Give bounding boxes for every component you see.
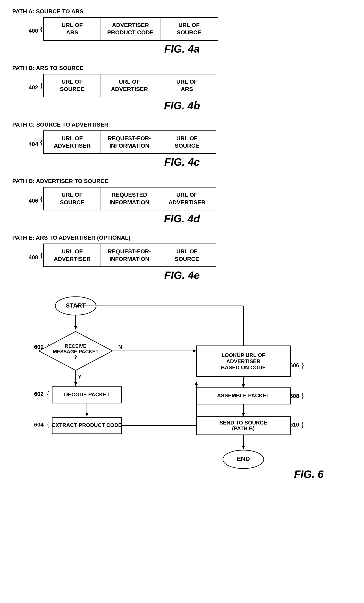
ref610-label: 610 bbox=[290, 421, 299, 428]
fig4d-packet-row: 406 { URL OFSOURCE REQUESTEDINFORMATION … bbox=[29, 187, 352, 210]
end-node: END bbox=[237, 455, 250, 462]
diamond-line1: RECEIVE bbox=[65, 343, 86, 349]
fig4b-path-label: PATH B: ARS TO SOURCE bbox=[12, 65, 352, 71]
fig4e-cell-1: URL OFADVERTISER bbox=[44, 244, 101, 267]
fig4e-path-label: PATH E: ARS TO ADVERTISER (OPTIONAL) bbox=[12, 234, 352, 241]
fig4d-section: PATH D: ADVERTISER TO SOURCE 406 { URL O… bbox=[12, 178, 352, 225]
fig4a-path-label: PATH A: SOURCE TO ARS bbox=[12, 8, 352, 15]
fig4a-ref: 400 bbox=[29, 28, 38, 34]
fig6-svg: START 600 { RECEIVE MESSAGE PACKET ? Y N… bbox=[12, 294, 352, 519]
fig4d-cell-2: REQUESTEDINFORMATION bbox=[101, 187, 159, 210]
fig4d-ref: 406 bbox=[29, 197, 38, 204]
ref606-brace: } bbox=[302, 361, 304, 369]
svg-marker-7 bbox=[193, 349, 196, 352]
fig4b-cell-3: URL OFARS bbox=[159, 74, 216, 97]
extract-node: EXTRACT PRODUCT CODE bbox=[52, 422, 122, 428]
lookup-line3: BASED ON CODE bbox=[221, 364, 266, 371]
ref606-label: 606 bbox=[290, 362, 299, 369]
assemble-node: ASSEMBLE PACKET bbox=[217, 392, 270, 398]
ref602-label: 602 bbox=[34, 391, 44, 397]
ref608-brace: } bbox=[302, 392, 304, 399]
y-label: Y bbox=[78, 374, 81, 380]
fig4a-cell-3: URL OFSOURCE bbox=[160, 18, 218, 40]
fig4e-cell-3: URL OFSOURCE bbox=[159, 244, 216, 267]
fig4c-packet: URL OFADVERTISER REQUEST-FOR-INFORMATION… bbox=[43, 130, 216, 154]
fig4d-cell-3: URL OFADVERTISER bbox=[159, 187, 216, 210]
ref608-label: 608 bbox=[290, 393, 299, 399]
fig4c-label: FIG. 4c bbox=[12, 156, 352, 168]
fig4e-packet-row: 408 { URL OFADVERTISER REQUEST-FOR-INFOR… bbox=[29, 244, 352, 267]
fig4e-cell-2: REQUEST-FOR-INFORMATION bbox=[101, 244, 159, 267]
ref610-brace: } bbox=[302, 421, 304, 428]
lookup-line1: LOOKUP URL OF bbox=[222, 352, 265, 358]
ref604-label: 604 bbox=[34, 421, 44, 428]
fig4a-cell-1: URL OFARS bbox=[44, 18, 101, 40]
fig6-label: FIG. 6 bbox=[294, 468, 324, 480]
fig4c-path-label: PATH C: SOURCE TO ADVERTISER bbox=[12, 121, 352, 128]
fig4b-cell-1: URL OFSOURCE bbox=[44, 74, 101, 97]
fig4c-cell-1: URL OFADVERTISER bbox=[44, 131, 101, 153]
fig4a-section: PATH A: SOURCE TO ARS 400 { URL OFARS AD… bbox=[12, 8, 352, 55]
lookup-line2: ADVERTISER bbox=[226, 358, 261, 364]
svg-marker-14 bbox=[195, 382, 198, 385]
fig4e-brace: { bbox=[40, 252, 43, 259]
fig4b-section: PATH B: ARS TO SOURCE 402 { URL OFSOURCE… bbox=[12, 65, 352, 112]
fig4d-path-label: PATH D: ADVERTISER TO SOURCE bbox=[12, 178, 352, 185]
fig4d-cell-1: URL OFSOURCE bbox=[44, 187, 101, 210]
fig4a-packet: URL OFARS ADVERTISERPRODUCT CODE URL OFS… bbox=[43, 17, 218, 41]
n-label: N bbox=[118, 344, 122, 350]
fig4c-section: PATH C: SOURCE TO ADVERTISER 404 { URL O… bbox=[12, 121, 352, 168]
fig4a-cell-2: ADVERTISERPRODUCT CODE bbox=[101, 18, 160, 40]
fig4b-packet-row: 402 { URL OFSOURCE URL OFADVERTISER URL … bbox=[29, 74, 352, 97]
fig4a-packet-row: 400 { URL OFARS ADVERTISERPRODUCT CODE U… bbox=[29, 17, 352, 41]
fig4d-label: FIG. 4d bbox=[12, 212, 352, 225]
fig4b-packet: URL OFSOURCE URL OFADVERTISER URL OFARS bbox=[43, 74, 216, 97]
diamond-line2: MESSAGE PACKET bbox=[53, 349, 99, 354]
svg-marker-2 bbox=[74, 326, 77, 329]
fig4c-cell-2: REQUEST-FOR-INFORMATION bbox=[101, 131, 159, 153]
fig4c-brace: { bbox=[40, 139, 43, 145]
fig4e-ref: 408 bbox=[29, 254, 38, 261]
fig4c-cell-3: URL OFSOURCE bbox=[159, 131, 216, 153]
svg-marker-17 bbox=[242, 384, 245, 388]
fig4d-brace: { bbox=[40, 196, 43, 202]
fig4b-label: FIG. 4b bbox=[12, 99, 352, 112]
ref602-brace: { bbox=[47, 390, 49, 397]
start-node: START bbox=[66, 302, 86, 309]
decode-node: DECODE PACKET bbox=[64, 391, 110, 397]
fig4a-label: FIG. 4a bbox=[12, 43, 352, 55]
fig4c-ref: 404 bbox=[29, 141, 38, 147]
fig6-section: START 600 { RECEIVE MESSAGE PACKET ? Y N… bbox=[12, 294, 352, 520]
send-line1: SEND TO SOURCE bbox=[219, 420, 267, 426]
svg-marker-20 bbox=[242, 413, 245, 416]
svg-marker-10 bbox=[85, 413, 89, 416]
fig4e-packet: URL OFADVERTISER REQUEST-FOR-INFORMATION… bbox=[43, 244, 216, 267]
fig4e-label: FIG. 4e bbox=[12, 269, 352, 281]
fig4e-section: PATH E: ARS TO ADVERTISER (OPTIONAL) 408… bbox=[12, 234, 352, 281]
fig4d-packet: URL OFSOURCE REQUESTEDINFORMATION URL OF… bbox=[43, 187, 216, 210]
diamond-line3: ? bbox=[74, 354, 77, 360]
svg-marker-23 bbox=[242, 446, 245, 449]
fig4c-packet-row: 404 { URL OFADVERTISER REQUEST-FOR-INFOR… bbox=[29, 130, 352, 154]
fig4b-ref: 402 bbox=[29, 84, 38, 91]
fig4a-brace: { bbox=[40, 25, 43, 32]
fig4b-cell-2: URL OFADVERTISER bbox=[101, 74, 159, 97]
send-line2: (PATH B) bbox=[232, 425, 255, 431]
ref604-brace: { bbox=[47, 421, 49, 428]
fig4b-brace: { bbox=[40, 82, 43, 89]
svg-marker-5 bbox=[74, 382, 77, 386]
